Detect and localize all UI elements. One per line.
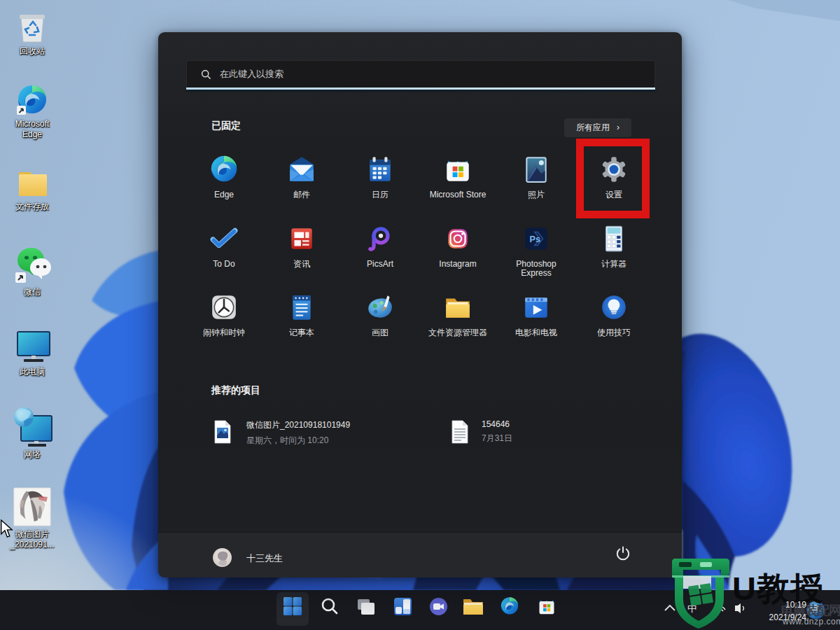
svg-text:Ps: Ps <box>530 234 540 244</box>
